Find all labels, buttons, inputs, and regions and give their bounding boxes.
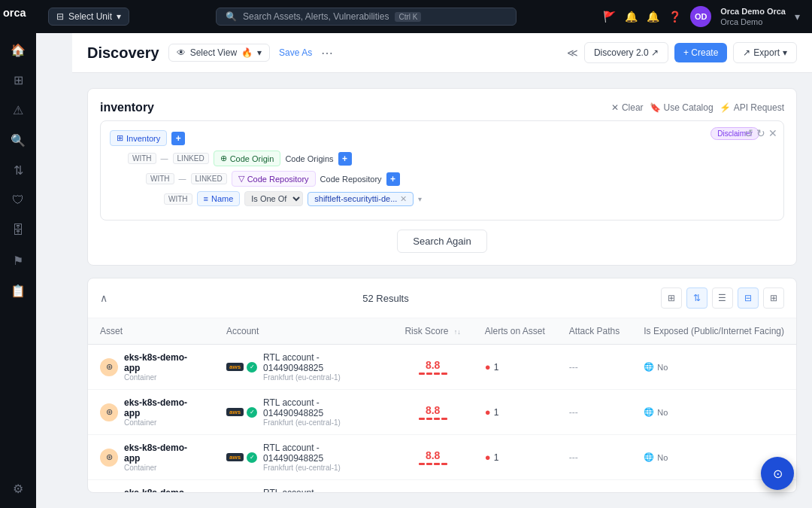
sidebar-item-share[interactable]: ⇅ bbox=[5, 157, 32, 184]
nav-icons: 🚩 🔔 🔔 ❓ OD Orca Demo Orca Orca Demo ▾ bbox=[603, 6, 800, 28]
risk-score-cell: 8.8 bbox=[392, 435, 472, 480]
inventory-tag[interactable]: ⊞ Inventory bbox=[110, 130, 167, 146]
no-internet-icon: 🌐 bbox=[644, 362, 654, 372]
sidebar-item-grid[interactable]: ⊞ bbox=[5, 66, 32, 93]
grid-view-button[interactable]: ⊞ bbox=[661, 287, 682, 309]
critical-alert-icon: ● bbox=[485, 361, 491, 373]
alert-bell-icon[interactable]: 🔔 bbox=[647, 11, 659, 23]
create-button[interactable]: + Create bbox=[674, 43, 727, 62]
risk-score-value: 8.8 bbox=[426, 449, 440, 461]
account-name: RTL account - 014490948825 bbox=[263, 352, 380, 373]
account-info: RTL account - 014490948825 Frankfurt (eu… bbox=[263, 352, 380, 382]
account-info: RTL account - 014490948825 Frankfurt (eu… bbox=[263, 443, 380, 472]
sidebar-item-flag[interactable]: ⚑ bbox=[5, 247, 32, 274]
sidebar-item-database[interactable]: 🗄 bbox=[5, 217, 32, 244]
flag-icon[interactable]: 🚩 bbox=[603, 11, 616, 23]
account-status-icon: ✓ bbox=[247, 452, 257, 463]
col-risk-score[interactable]: Risk Score ↑↓ bbox=[392, 318, 472, 345]
help-icon[interactable]: ❓ bbox=[668, 11, 681, 23]
table-row[interactable]: ⊛ eks-k8s-demo-app Container aws ✓ RTL a… bbox=[88, 390, 796, 435]
col-is-exposed: Is Exposed (Public/Internet Facing) bbox=[632, 318, 796, 345]
export-button[interactable]: ↗ Export ▾ bbox=[733, 42, 797, 63]
results-header: ∧ 52 Results ⊞ ⇅ ☰ ⊟ ⊞ bbox=[88, 278, 796, 318]
select-view-label: Select View bbox=[190, 47, 237, 58]
discovery-version-button[interactable]: Discovery 2.0 ↗ bbox=[584, 42, 668, 63]
global-search-bar[interactable]: 🔍 Search Assets, Alerts, Vulnerabilities… bbox=[216, 8, 517, 26]
filter-row-inventory: ⊞ Inventory + bbox=[110, 130, 774, 146]
sidebar-item-book[interactable]: 📋 bbox=[5, 277, 32, 304]
select-unit-button[interactable]: ⊟ Select Unit ▾ bbox=[48, 8, 129, 26]
api-request-button[interactable]: ⚡ API Request bbox=[720, 102, 784, 113]
fab-button[interactable]: ⊙ bbox=[761, 457, 794, 490]
table-view-button[interactable]: ⊟ bbox=[738, 287, 759, 309]
no-internet-icon: 🌐 bbox=[644, 407, 654, 417]
content-area: inventory ✕ Clear 🔖 Use Catalog ⚡ API Re… bbox=[72, 73, 812, 508]
risk-dots bbox=[419, 463, 447, 465]
add-code-repo-button[interactable]: + bbox=[386, 172, 400, 186]
name-filter-tag[interactable]: ≡ Name bbox=[197, 191, 241, 206]
export-label: Export bbox=[753, 47, 780, 58]
sort-view-button[interactable]: ⇅ bbox=[686, 287, 707, 309]
col-asset: Asset bbox=[88, 318, 214, 345]
sidebar-item-search[interactable]: 🔍 bbox=[5, 126, 32, 154]
select-view-button[interactable]: 👁 Select View 🔥 ▾ bbox=[168, 44, 270, 62]
bell-icon[interactable]: 🔔 bbox=[625, 11, 638, 23]
is-one-of-selector[interactable]: Is One Of bbox=[244, 191, 303, 206]
col-attack-paths: Attack Paths bbox=[557, 318, 632, 345]
query-actions: ✕ Clear 🔖 Use Catalog ⚡ API Request bbox=[611, 102, 784, 113]
columns-view-button[interactable]: ⊞ bbox=[763, 287, 784, 309]
account-region: Frankfurt (eu-central-1) bbox=[263, 464, 380, 472]
linked-connector: LINKED bbox=[173, 153, 209, 164]
sidebar-item-alerts[interactable]: ⚠ bbox=[5, 96, 32, 123]
critical-alert-icon: ● bbox=[485, 452, 491, 463]
collapse-results-button[interactable]: ∧ bbox=[100, 292, 108, 304]
is-exposed-value: No bbox=[657, 363, 668, 372]
collapse-sidebar-button[interactable]: ≪ bbox=[567, 47, 578, 59]
redo-button[interactable]: ↻ bbox=[756, 127, 765, 139]
account-region: Frankfurt (eu-central-1) bbox=[263, 373, 380, 382]
search-again-button[interactable]: Search Again bbox=[397, 230, 486, 253]
sidebar-item-shield[interactable]: 🛡 bbox=[5, 187, 32, 214]
asset-cell: ⊛ eks-k8s-demo-app Container bbox=[88, 345, 214, 390]
catalog-button[interactable]: 🔖 Use Catalog bbox=[650, 102, 714, 113]
asset-cell: ⊛ eks-k8s-demo-app Container bbox=[88, 435, 214, 480]
more-options-button[interactable]: ⋯ bbox=[321, 46, 333, 60]
filter-value-tag[interactable]: shiftleft-securitytti-de... ✕ bbox=[308, 192, 414, 206]
is-exposed-cell: 🌐 No bbox=[632, 345, 796, 390]
table-row[interactable]: ⊛ eks-k8s-demo-app Container aws ✓ RTL a… bbox=[88, 435, 796, 480]
clear-button[interactable]: ✕ Clear bbox=[611, 102, 644, 113]
save-as-button[interactable]: Save As bbox=[279, 47, 312, 58]
account-name: RTL account - 014490948825 bbox=[263, 443, 380, 464]
alerts-cell: ● 1 bbox=[473, 345, 557, 390]
filter-dropdown-chevron[interactable]: ▾ bbox=[418, 195, 422, 203]
user-dropdown-chevron[interactable]: ▾ bbox=[795, 11, 800, 23]
undo-button[interactable]: ↺ bbox=[744, 127, 753, 139]
sidebar: orca 🏠 ⊞ ⚠ 🔍 ⇅ 🛡 🗄 ⚑ 📋 ⚙ bbox=[0, 0, 36, 508]
is-one-of-select[interactable]: Is One Of bbox=[244, 191, 303, 206]
asset-info: eks-k8s-demo-app Container bbox=[124, 352, 202, 382]
table-row[interactable]: ⊛ eks-k8s-demo-app Container aws ✓ RTL a… bbox=[88, 345, 796, 390]
asset-cell: ⊛ eks-k8s-demo-app Container bbox=[88, 390, 214, 435]
avatar[interactable]: OD bbox=[690, 6, 711, 27]
code-origin-tag[interactable]: ⊕ Code Origin bbox=[214, 151, 281, 166]
remove-filter-value-button[interactable]: ✕ bbox=[400, 194, 407, 204]
no-internet-icon: 🌐 bbox=[644, 452, 654, 462]
query-section: inventory ✕ Clear 🔖 Use Catalog ⚡ API Re… bbox=[87, 88, 797, 266]
code-repository-tag[interactable]: ▽ Code Repository bbox=[232, 171, 316, 187]
main-content: Discovery 👁 Select View 🔥 ▾ Save As ⋯ ≪ … bbox=[72, 33, 812, 508]
with-connector-2: WITH bbox=[146, 173, 174, 184]
user-info[interactable]: Orca Demo Orca Orca Demo bbox=[720, 6, 786, 28]
list-view-button[interactable]: ☰ bbox=[712, 287, 733, 309]
add-code-origin-button[interactable]: + bbox=[338, 152, 352, 166]
add-inventory-button[interactable]: + bbox=[171, 132, 185, 145]
col-account: Account bbox=[214, 318, 392, 345]
asset-icon: ⊛ bbox=[100, 449, 118, 467]
sidebar-item-settings[interactable]: ⚙ bbox=[5, 475, 32, 502]
close-filter-button[interactable]: ✕ bbox=[768, 127, 777, 139]
risk-score-cell: 8.8 bbox=[392, 390, 472, 435]
sidebar-item-home[interactable]: 🏠 bbox=[5, 36, 32, 63]
inventory-tag-icon: ⊞ bbox=[117, 133, 123, 143]
is-exposed-value: No bbox=[657, 453, 668, 462]
table-row[interactable]: ⊛ eks-k8s-demo-app Container aws ✓ RTL a… bbox=[88, 480, 796, 494]
avatar-initials: OD bbox=[695, 12, 707, 21]
